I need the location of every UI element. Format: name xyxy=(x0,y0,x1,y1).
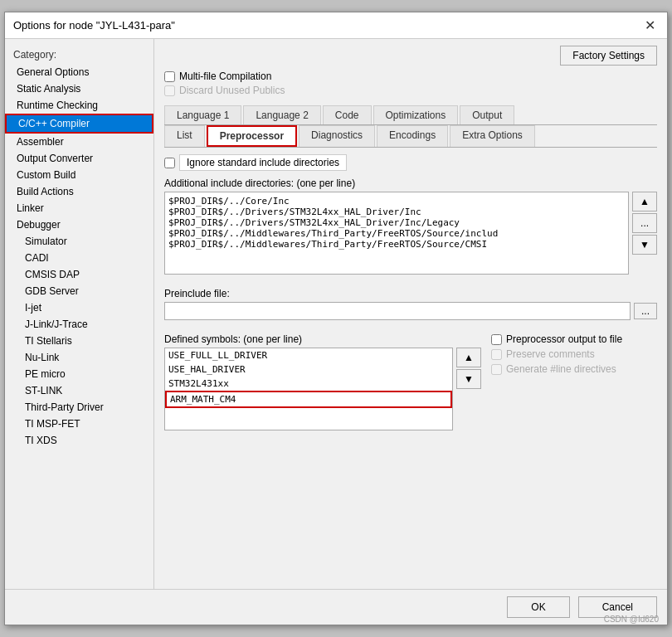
sidebar-item-assembler[interactable]: Assembler xyxy=(5,134,153,150)
sidebar-item-j-link[interactable]: J-Link/J-Trace xyxy=(5,316,153,333)
tab-encodings[interactable]: Encodings xyxy=(377,125,448,147)
include-dirs-side-buttons: ▲ ... ▼ xyxy=(632,192,657,275)
discard-unused-label: Discard Unused Publics xyxy=(179,85,285,96)
generate-line-label: Generate #line directives xyxy=(506,363,616,375)
defined-symbol-item[interactable]: ARM_MATH_CM4 xyxy=(165,391,452,408)
sidebar-item-ti-stellaris[interactable]: TI Stellaris xyxy=(5,333,153,349)
options-dialog: Options for node "JYL-L431-para" ✕ Categ… xyxy=(4,12,668,625)
dialog-body: Category: General OptionsStatic Analysis… xyxy=(5,39,667,589)
additional-include-section: Additional include directories: (one per… xyxy=(164,177,657,281)
factory-btn-row: Factory Settings xyxy=(164,46,657,66)
watermark: CSDN @Id620 xyxy=(604,615,659,624)
multifile-section: Multi-file Compilation Discard Unused Pu… xyxy=(164,71,657,99)
defined-symbols-list[interactable]: USE_FULL_LL_DRIVERUSE_HAL_DRIVERSTM32L43… xyxy=(164,348,453,430)
sidebar-item-ti-xds[interactable]: TI XDS xyxy=(5,432,153,449)
sidebar-item-ti-msp-fet[interactable]: TI MSP-FET xyxy=(5,416,153,432)
preserve-comments-checkbox xyxy=(491,349,502,360)
defined-symbol-item[interactable]: USE_HAL_DRIVER xyxy=(165,362,452,377)
factory-settings-button[interactable]: Factory Settings xyxy=(560,46,657,66)
sidebar-item-cadi[interactable]: CADI xyxy=(5,250,153,266)
main-panel: Factory Settings Multi-file Compilation … xyxy=(154,39,667,589)
preinclude-label: Preinclude file: xyxy=(164,288,657,299)
sidebar-item-linker[interactable]: Linker xyxy=(5,200,153,216)
defined-symbols-scroll-down[interactable]: ▼ xyxy=(456,369,481,389)
preinclude-section: Preinclude file: ... xyxy=(164,288,657,327)
preprocessor-output-label: Preprocessor output to file xyxy=(506,333,622,345)
defined-symbols-label: Defined symbols: (one per line) xyxy=(164,333,481,345)
include-dirs-textarea[interactable] xyxy=(164,192,629,275)
sidebar-item-cmsis-dap[interactable]: CMSIS DAP xyxy=(5,266,153,283)
sidebar-item-pe-micro[interactable]: PE micro xyxy=(5,366,153,382)
defined-symbols-scroll-up[interactable]: ▲ xyxy=(456,348,481,367)
tabs-row2: ListPreprocessorDiagnosticsEncodingsExtr… xyxy=(164,125,657,148)
discard-unused-row: Discard Unused Publics xyxy=(164,85,657,96)
tab-optimizations[interactable]: Optimizations xyxy=(373,105,459,124)
preserve-comments-row: Preserve comments xyxy=(491,348,657,360)
sidebar-item-simulator[interactable]: Simulator xyxy=(5,233,153,250)
sidebar: Category: General OptionsStatic Analysis… xyxy=(5,39,154,589)
additional-include-label: Additional include directories: (one per… xyxy=(164,177,657,189)
preinclude-row: ... xyxy=(164,302,657,320)
sidebar-item-static-analysis[interactable]: Static Analysis xyxy=(5,80,153,97)
ok-button[interactable]: OK xyxy=(507,596,569,618)
defined-symbol-item[interactable]: STM32L431xx xyxy=(165,377,452,391)
ignore-standard-label: Ignore standard include directories xyxy=(179,154,347,171)
category-label: Category: xyxy=(5,46,153,64)
sidebar-item-debugger[interactable]: Debugger xyxy=(5,216,153,233)
include-dirs-scroll-down[interactable]: ▼ xyxy=(632,235,657,255)
ignore-standard-checkbox[interactable] xyxy=(164,158,175,168)
preinclude-browse-btn[interactable]: ... xyxy=(634,303,657,319)
sidebar-item-build-actions[interactable]: Build Actions xyxy=(5,183,153,200)
sidebar-item-general-options[interactable]: General Options xyxy=(5,64,153,80)
sidebar-item-output-converter[interactable]: Output Converter xyxy=(5,150,153,167)
preserve-comments-label: Preserve comments xyxy=(506,348,595,360)
sidebar-item-gdb-server[interactable]: GDB Server xyxy=(5,283,153,299)
multifile-compilation-label: Multi-file Compilation xyxy=(179,71,271,82)
defined-symbols-container: USE_FULL_LL_DRIVERUSE_HAL_DRIVERSTM32L43… xyxy=(164,348,481,430)
defined-symbols-side-buttons: ▲ ▼ xyxy=(456,348,481,430)
dialog-footer: OK Cancel xyxy=(5,589,667,625)
sidebar-item-nu-link[interactable]: Nu-Link xyxy=(5,349,153,366)
sidebar-item-cc-compiler[interactable]: C/C++ Compiler xyxy=(5,114,153,134)
tab-preprocessor[interactable]: Preprocessor xyxy=(207,125,297,147)
tab-language-2[interactable]: Language 2 xyxy=(243,105,320,124)
generate-line-checkbox xyxy=(491,364,502,375)
sidebar-item-custom-build[interactable]: Custom Build xyxy=(5,167,153,183)
generate-line-row: Generate #line directives xyxy=(491,363,657,375)
preinclude-input[interactable] xyxy=(164,302,631,320)
defined-symbol-item[interactable]: USE_FULL_LL_DRIVER xyxy=(165,348,452,362)
dialog-title: Options for node "JYL-L431-para" xyxy=(13,19,175,32)
tab-extra-options[interactable]: Extra Options xyxy=(450,125,535,147)
tabs-row1: Language 1Language 2CodeOptimizationsOut… xyxy=(164,105,657,125)
preprocessor-output-row: Preprocessor output to file xyxy=(491,333,657,345)
ignore-dirs-row: Ignore standard include directories xyxy=(164,154,657,171)
discard-unused-checkbox xyxy=(164,85,175,96)
multifile-compilation-row: Multi-file Compilation xyxy=(164,71,657,82)
title-bar: Options for node "JYL-L431-para" ✕ xyxy=(5,12,667,39)
tab-list[interactable]: List xyxy=(164,125,205,147)
sidebar-item-i-jet[interactable]: I-jet xyxy=(5,299,153,316)
bottom-section: Defined symbols: (one per line) USE_FULL… xyxy=(164,333,657,430)
defined-symbols-col: Defined symbols: (one per line) USE_FULL… xyxy=(164,333,481,430)
include-dirs-more-btn[interactable]: ... xyxy=(632,213,657,233)
sidebar-item-st-link[interactable]: ST-LINK xyxy=(5,382,153,399)
include-dirs-container: ▲ ... ▼ xyxy=(164,192,657,275)
include-dirs-scroll-up[interactable]: ▲ xyxy=(632,192,657,212)
tab-language-1[interactable]: Language 1 xyxy=(164,105,241,124)
tab-output[interactable]: Output xyxy=(460,105,514,124)
tab-code[interactable]: Code xyxy=(323,105,372,124)
multifile-compilation-checkbox[interactable] xyxy=(164,71,175,82)
preprocessor-output-col: Preprocessor output to file Preserve com… xyxy=(491,333,657,430)
preprocessor-output-checkbox[interactable] xyxy=(491,334,502,345)
tab-diagnostics[interactable]: Diagnostics xyxy=(299,125,375,147)
sidebar-item-third-party[interactable]: Third-Party Driver xyxy=(5,399,153,416)
close-button[interactable]: ✕ xyxy=(641,17,659,33)
sidebar-item-runtime-checking[interactable]: Runtime Checking xyxy=(5,97,153,114)
